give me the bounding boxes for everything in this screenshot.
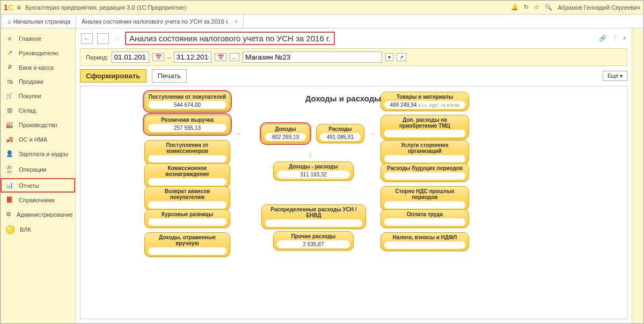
action-bar: Сформировать Печать Еще ▾ <box>76 66 632 86</box>
sidebar-item-manager[interactable]: ↗Руководителю <box>1 46 75 60</box>
sidebar-item-salary[interactable]: 👤Зарплата и кадры <box>1 146 75 161</box>
block-taxes-fees[interactable]: Налоги, взносы и НДФЛ <box>380 232 469 251</box>
block-label: Услуги сторонних организаций <box>384 142 465 154</box>
more-vert-icon[interactable]: ⋮ <box>612 35 618 42</box>
page-header: ← → ☆ Анализ состояния налогового учета … <box>76 28 632 48</box>
block-label: Сторно НДС прошлых периодов <box>384 188 465 200</box>
block-third-party-services[interactable]: Услуги сторонних организаций <box>380 140 469 165</box>
org-input[interactable] <box>243 51 382 63</box>
block-value <box>148 201 226 209</box>
back-button[interactable]: ← <box>81 33 93 44</box>
sidebar-item-sales[interactable]: 🛍Продажи <box>1 75 75 89</box>
sidebar-label: Банк и касса <box>19 64 54 71</box>
person-icon: 👤 <box>6 150 13 157</box>
tab-home-label: Начальная страница <box>13 18 70 25</box>
barchart-icon: 📊 <box>6 182 13 189</box>
block-advance-return[interactable]: Возврат авансов покупателям <box>144 186 230 211</box>
link-icon[interactable]: 🔗 <box>599 35 606 42</box>
app-logo: 1С <box>4 3 13 12</box>
block-value <box>384 201 465 209</box>
block-value: 2 835,87 <box>277 240 350 248</box>
sidebar-label: Руководителю <box>19 50 58 56</box>
dtkt-icon: Дт Кт <box>6 165 13 174</box>
print-button[interactable]: Печать <box>152 69 187 83</box>
block-label: Налоги, взносы и НДФЛ <box>384 234 465 240</box>
close-panel-icon[interactable]: × <box>623 35 626 42</box>
period-label: Период: <box>86 54 108 61</box>
truck-icon: 🚚 <box>6 136 13 143</box>
block-value <box>148 155 226 163</box>
sidebar-label: ВЛК <box>20 226 31 233</box>
block-retail-revenue[interactable]: Розничная выручка257 595,13 <box>144 115 230 134</box>
block-value <box>384 172 465 180</box>
block-additional-expenses[interactable]: Доп. расходы на приобретение ТМЦ <box>380 115 469 139</box>
tab-home[interactable]: ⌂ Начальная страница <box>2 14 76 28</box>
diagram: Доходы и расходы УСН Поступления от поку… <box>144 92 563 319</box>
sidebar-item-warehouse[interactable]: ▥Склад <box>1 103 75 117</box>
sidebar: ≡Главное ↗Руководителю ₽Банк и касса 🛍Пр… <box>1 28 76 323</box>
main-menu-icon[interactable]: ≡ <box>17 3 21 12</box>
block-value <box>148 247 226 255</box>
block-manual-income[interactable]: Доходы, отраженные вручную <box>144 232 230 257</box>
app-title: Бухгалтерия предприятия, редакция 3.0 (1… <box>25 4 511 11</box>
org-open-icon[interactable]: ↗ <box>397 53 406 61</box>
block-label: Комиссионное вознаграждение <box>148 165 226 177</box>
search-icon[interactable]: 🔍 <box>545 4 552 11</box>
block-commissioners[interactable]: Поступления от комиссионеров <box>144 140 230 165</box>
top-bar: 1С ≡ Бухгалтерия предприятия, редакция 3… <box>1 1 643 14</box>
block-exchange-diff[interactable]: Курсовые разницы <box>144 209 230 228</box>
block-value <box>384 241 465 249</box>
block-value <box>384 155 465 163</box>
calendar-to-icon[interactable]: 📅 <box>215 53 226 61</box>
period-select-button[interactable]: ... <box>230 53 239 61</box>
favorite-star-icon[interactable]: ☆ <box>113 33 121 43</box>
sidebar-item-main[interactable]: ≡Главное <box>1 32 75 46</box>
sidebar-item-catalogs[interactable]: 📕Справочники <box>1 193 75 207</box>
org-dropdown-icon[interactable]: ▾ <box>385 53 393 61</box>
date-to-input[interactable] <box>174 51 211 63</box>
history-icon[interactable]: ↻ <box>524 4 529 11</box>
block-label: Товары и материалы <box>384 94 465 100</box>
block-other-expenses[interactable]: Прочие расходы2 835,87 <box>273 231 354 251</box>
block-goods-materials[interactable]: Товары и материалы488 249,94 в т.ч. НДС:… <box>380 92 469 111</box>
block-label: Поступления от покупателей <box>148 94 226 100</box>
block-label: Курсовые разницы <box>148 211 226 217</box>
block-labor-payment[interactable]: Оплата труда <box>380 209 469 228</box>
sidebar-item-bank[interactable]: ₽Банк и касса <box>1 60 75 75</box>
more-button[interactable]: Еще ▾ <box>603 71 627 81</box>
sidebar-item-operations[interactable]: Дт КтОперации <box>1 161 75 178</box>
block-distributed-expenses[interactable]: Распределенные расходы УСН / ЕНВД <box>261 204 366 229</box>
block-label: Поступления от комиссионеров <box>148 142 226 154</box>
block-vat-reversal[interactable]: Сторно НДС прошлых периодов <box>380 186 469 211</box>
block-expenses[interactable]: Расходы491 085,81 <box>316 124 364 143</box>
forward-button[interactable]: → <box>97 33 109 44</box>
sidebar-item-production[interactable]: 🏭Производство <box>1 117 75 132</box>
close-icon[interactable]: × <box>235 18 238 25</box>
sidebar-item-vlk[interactable]: ВЛК <box>1 222 75 238</box>
home-icon: ⌂ <box>8 18 11 25</box>
block-customer-receipts[interactable]: Поступления от покупателей544 674,00 <box>144 92 230 111</box>
block-value <box>148 178 226 186</box>
tab-report[interactable]: Анализ состояния налогового учета по УСН… <box>76 14 244 28</box>
bell-icon[interactable]: 🔔 <box>511 4 518 11</box>
block-deferred-expenses[interactable]: Расходы будущих периодов <box>380 163 469 182</box>
block-label: Доходы - расходы <box>277 164 350 170</box>
block-income[interactable]: Доходы802 269,13 <box>261 124 310 143</box>
sidebar-item-purchases[interactable]: 🛒Покупки <box>1 89 75 103</box>
block-label: Расходы <box>320 126 361 132</box>
block-value <box>265 219 362 227</box>
sidebar-item-admin[interactable]: ⚙Администрирование <box>1 207 75 222</box>
tab-bar: ⌂ Начальная страница Анализ состояния на… <box>1 14 643 28</box>
star-icon[interactable]: ☆ <box>534 4 539 11</box>
date-from-input[interactable] <box>112 51 149 63</box>
sidebar-item-reports[interactable]: 📊Отчеты <box>1 178 75 193</box>
block-value: 802 269,13 <box>265 133 306 141</box>
block-label: Доп. расходы на приобретение ТМЦ <box>384 117 465 129</box>
user-name[interactable]: Абрамов Геннадий Сергеевич <box>558 4 640 11</box>
sidebar-item-assets[interactable]: 🚚ОС и НМА <box>1 132 75 146</box>
calendar-from-icon[interactable]: 📅 <box>152 53 164 61</box>
block-commission-fee[interactable]: Комиссионное вознаграждение <box>144 163 230 188</box>
block-label: Доходы, отраженные вручную <box>148 234 226 246</box>
form-report-button[interactable]: Сформировать <box>80 69 147 83</box>
block-income-minus-expenses[interactable]: Доходы - расходы311 183,32 <box>273 161 354 181</box>
